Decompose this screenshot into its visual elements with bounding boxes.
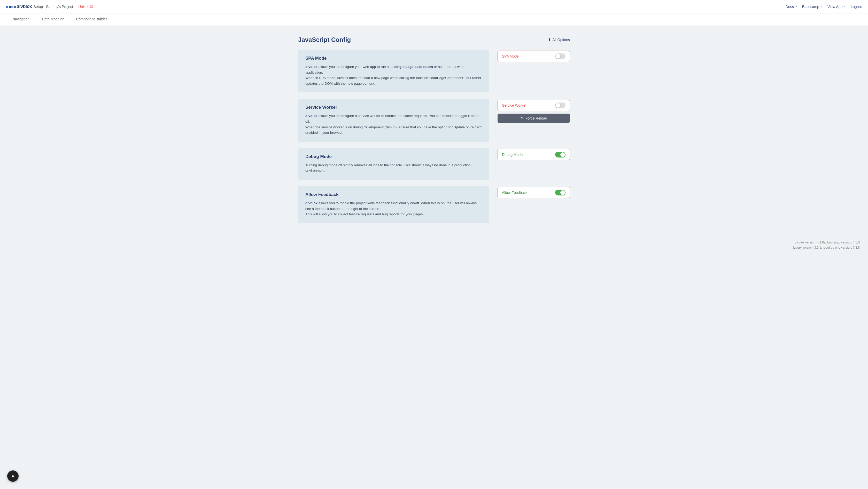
setup-label: Setup	[34, 5, 43, 9]
debug-mode-row: Debug Mode Turning debug mode off simply…	[298, 148, 570, 180]
debug-mode-switch	[555, 152, 565, 158]
view-app-external-icon: ↗	[843, 5, 845, 8]
debug-mode-knob	[560, 152, 565, 157]
divblox-bold-2: divblox	[305, 114, 317, 118]
service-worker-body: divblox allows you to configure a servic…	[305, 113, 482, 135]
main-content: JavaScript Config ⬆ All Options SPA Mode…	[292, 36, 576, 223]
divblox-bold-1: divblox	[305, 65, 317, 69]
project-name-label: Sammy's Project -	[46, 5, 75, 9]
debug-mode-controls: Debug Mode	[498, 148, 570, 160]
header-right: Docs ↗ Basecamp ↗ View App ↗ Logout	[785, 5, 862, 9]
allow-feedback-card: Allow Feedback divblox allows you to tog…	[298, 186, 489, 223]
debug-mode-toggle[interactable]: Debug Mode	[498, 149, 570, 160]
allow-feedback-controls: Allow Feedback	[498, 186, 570, 198]
allow-feedback-knob	[560, 190, 565, 195]
allow-feedback-row: Allow Feedback divblox allows you to tog…	[298, 186, 570, 223]
allow-feedback-title: Allow Feedback	[305, 192, 482, 197]
app-header: divblox Setup Sammy's Project - Unlink ⛓…	[0, 0, 868, 13]
divblox-logo: divblox	[6, 4, 32, 9]
debug-mode-title: Debug Mode	[305, 154, 482, 159]
service-worker-title: Service Worker	[305, 105, 482, 110]
spa-mode-toggle-label: SPA Mode	[502, 54, 519, 58]
tab-component-builder[interactable]: Component Builder	[70, 13, 113, 26]
service-worker-switch	[555, 102, 565, 108]
view-app-link[interactable]: View App ↗	[828, 5, 845, 9]
spa-mode-toggle[interactable]: SPA Mode	[498, 51, 570, 62]
docs-label: Docs	[785, 5, 794, 9]
tab-data-modeler[interactable]: Data Modeler	[36, 13, 70, 26]
spa-mode-row: SPA Mode divblox allows you to configure…	[298, 50, 570, 92]
service-worker-card: Service Worker divblox allows you to con…	[298, 99, 489, 141]
view-app-label: View App	[828, 5, 842, 9]
debug-mode-card: Debug Mode Turning debug mode off simply…	[298, 148, 489, 180]
footer-line2: jquery version: 3.5.1; required php vers…	[8, 245, 860, 250]
tab-navigation[interactable]: Navigation	[6, 13, 36, 26]
allow-feedback-toggle[interactable]: Allow Feedback	[498, 187, 570, 198]
basecamp-label: Basecamp	[802, 5, 819, 9]
tabs-bar: Navigation Data Modeler Component Builde…	[0, 13, 868, 26]
reload-icon: ↻	[520, 116, 523, 120]
logo-sq-3	[11, 6, 13, 8]
service-worker-toggle[interactable]: Service Worker	[498, 100, 570, 111]
logo-sq-2	[9, 6, 11, 8]
basecamp-external-icon: ↗	[820, 5, 822, 8]
force-reload-button[interactable]: ↻ Force Reload	[498, 113, 570, 123]
header-left: divblox Setup Sammy's Project - Unlink ⛓	[6, 4, 93, 9]
service-worker-controls: Service Worker ↻ Force Reload	[498, 99, 570, 123]
spa-bold: single page application	[394, 65, 433, 69]
unlink-text: Unlink	[78, 5, 88, 9]
footer: divblox version: 4.1.0a; bootstrap versi…	[0, 234, 868, 257]
divblox-bold-3: divblox	[305, 201, 317, 205]
service-worker-toggle-label: Service Worker	[502, 103, 526, 107]
debug-mode-body: Turning debug mode off simply removes al…	[305, 162, 482, 173]
logout-button[interactable]: Logout	[851, 5, 862, 9]
spa-mode-switch	[555, 54, 565, 59]
allow-feedback-body: divblox allows you to toggle the project…	[305, 200, 482, 217]
docs-external-icon: ↗	[795, 5, 797, 8]
docs-link[interactable]: Docs ↗	[785, 5, 797, 9]
all-options-button[interactable]: ⬆ All Options	[548, 37, 570, 42]
all-options-label: All Options	[552, 38, 570, 42]
config-sections: SPA Mode divblox allows you to configure…	[298, 50, 570, 223]
logo-text: divblox	[17, 4, 32, 9]
logo-sq-1	[6, 6, 8, 8]
logo-squares	[6, 6, 16, 8]
service-worker-knob	[556, 103, 560, 108]
footer-line1: divblox version: 4.1.0a; bootstrap versi…	[8, 240, 860, 245]
spa-mode-controls: SPA Mode	[498, 50, 570, 62]
allow-feedback-switch	[555, 190, 565, 195]
logo-area: divblox Setup	[6, 4, 43, 9]
unlink-button[interactable]: Unlink ⛓	[78, 5, 93, 9]
service-worker-row: Service Worker divblox allows you to con…	[298, 99, 570, 141]
chat-bubble[interactable]: ●	[7, 470, 19, 482]
chat-icon: ●	[11, 474, 14, 479]
arrow-up-icon: ⬆	[548, 37, 551, 42]
page-title: JavaScript Config	[298, 36, 351, 43]
force-reload-label: Force Reload	[525, 116, 547, 120]
spa-mode-card: SPA Mode divblox allows you to configure…	[298, 50, 489, 92]
debug-mode-toggle-label: Debug Mode	[502, 153, 523, 157]
spa-mode-knob	[556, 54, 560, 59]
allow-feedback-toggle-label: Allow Feedback	[502, 191, 528, 195]
logo-sq-4	[14, 6, 16, 8]
spa-mode-body: divblox allows you to configure your web…	[305, 64, 482, 86]
spa-mode-title: SPA Mode	[305, 56, 482, 61]
unlink-icon: ⛓	[89, 5, 93, 9]
basecamp-link[interactable]: Basecamp ↗	[802, 5, 822, 9]
page-header: JavaScript Config ⬆ All Options	[298, 36, 570, 43]
